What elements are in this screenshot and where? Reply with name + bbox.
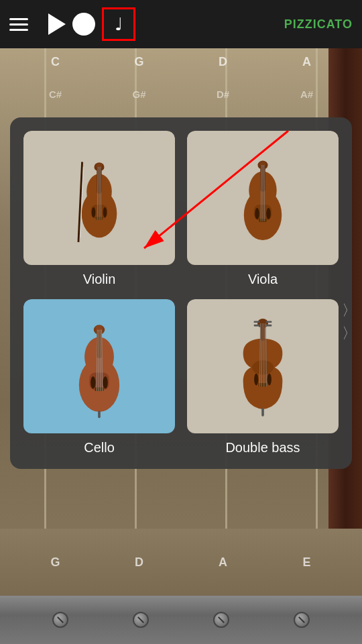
fretboard-bottom: G D A E <box>0 529 362 596</box>
viola-icon <box>226 144 300 252</box>
svg-point-40 <box>252 360 274 374</box>
sharp-label-a: A# <box>287 89 327 100</box>
cello-image-area[interactable] <box>23 299 175 433</box>
instrument-card-double-bass[interactable]: Double bass <box>187 299 339 455</box>
bottom-note-e: E <box>287 555 327 570</box>
menu-button[interactable] <box>9 18 28 31</box>
screw-2 <box>133 612 149 628</box>
instrument-grid: Violin <box>23 131 339 455</box>
violin-label: Violin <box>83 272 116 287</box>
svg-point-4 <box>103 207 107 217</box>
sharp-label-c: C# <box>36 89 76 100</box>
chevron-up-icon: 〉 <box>342 301 357 321</box>
viola-image-area[interactable] <box>187 131 339 265</box>
instrument-card-viola[interactable]: Viola <box>187 131 339 287</box>
svg-point-30 <box>103 376 107 388</box>
pizzicato-label: PIZZICATO <box>284 17 353 32</box>
sharp-label-d: D# <box>203 89 243 100</box>
cello-icon <box>62 313 136 420</box>
svg-rect-44 <box>261 408 264 416</box>
viola-label: Viola <box>248 272 278 287</box>
double-bass-label: Double bass <box>225 440 300 455</box>
svg-rect-49 <box>254 321 260 323</box>
svg-point-42 <box>267 374 272 386</box>
violin-icon <box>62 144 136 252</box>
instrument-card-cello[interactable]: Cello <box>23 299 175 455</box>
bottom-note-g: G <box>36 555 76 570</box>
cello-label: Cello <box>84 440 115 455</box>
bottom-note-a: A <box>203 555 243 570</box>
note-button[interactable]: ♩ <box>102 7 135 41</box>
playback-controls: ♩ <box>48 7 135 41</box>
note-label-c: C <box>36 55 76 69</box>
header-bar: ♩ PIZZICATO <box>0 0 362 48</box>
side-chevron[interactable]: 〉 〉 <box>342 301 357 343</box>
violin-image-area[interactable] <box>23 131 175 265</box>
svg-point-17 <box>255 208 259 219</box>
screw-1 <box>52 612 68 628</box>
note-label-a: A <box>287 55 327 69</box>
play-button[interactable] <box>48 13 66 35</box>
svg-point-29 <box>90 376 95 388</box>
note-label-d: D <box>203 55 243 69</box>
sharp-label-g: G# <box>119 89 160 100</box>
svg-rect-48 <box>265 325 272 327</box>
svg-point-46 <box>257 319 268 328</box>
bottom-bar <box>0 596 362 644</box>
music-note-icon: ♩ <box>115 14 123 35</box>
sharp-note-labels: C# G# D# A# <box>0 89 362 100</box>
chevron-down-icon: 〉 <box>342 323 357 343</box>
instrument-panel: Violin <box>10 117 352 469</box>
svg-rect-47 <box>265 321 272 323</box>
double-bass-image-area[interactable] <box>187 299 339 433</box>
screw-4 <box>294 612 310 628</box>
note-label-g: G <box>119 55 160 69</box>
instrument-card-violin[interactable]: Violin <box>23 131 175 287</box>
svg-rect-32 <box>98 411 101 418</box>
top-note-labels: C G D A <box>0 55 362 69</box>
svg-rect-50 <box>254 325 260 327</box>
screw-3 <box>213 612 229 628</box>
svg-point-41 <box>254 374 258 386</box>
record-button[interactable] <box>72 13 95 36</box>
double-bass-icon <box>226 313 300 420</box>
bottom-note-d: D <box>119 555 160 570</box>
svg-point-3 <box>92 207 96 217</box>
svg-point-18 <box>266 208 271 219</box>
